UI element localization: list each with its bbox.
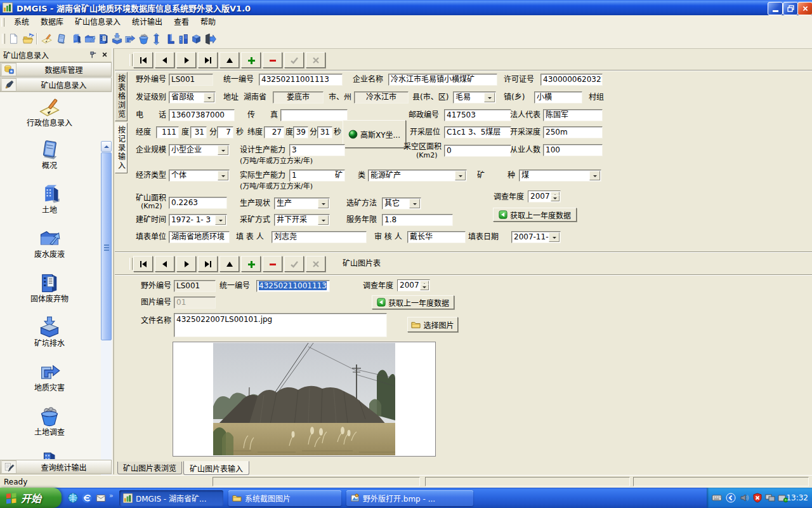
taskbar-window-dmgis[interactable]: DMGIS - 湖南省矿... xyxy=(119,490,223,506)
lon-sec-input[interactable]: 7 xyxy=(217,126,233,138)
sidebar-item-wastewater[interactable]: 废水废液 xyxy=(5,227,94,259)
tab-grid-browse[interactable]: 按表格浏览 xyxy=(115,72,128,121)
menu-system[interactable]: 系统 xyxy=(8,15,35,29)
archive-box-icon[interactable] xyxy=(189,32,203,46)
chevron-down-icon[interactable] xyxy=(549,232,560,242)
pin-icon[interactable] xyxy=(89,51,98,59)
chevron-down-icon[interactable] xyxy=(455,171,466,180)
pic-nav-refresh-button[interactable] xyxy=(219,256,239,272)
fax-input[interactable] xyxy=(280,109,348,121)
menu-mine-info-entry[interactable]: 矿山信息录入 xyxy=(69,15,126,29)
menu-view[interactable]: 查看 xyxy=(168,15,195,29)
pic-no-input[interactable]: 01 xyxy=(174,297,216,309)
beneficiation-select[interactable]: 其它 xyxy=(382,197,421,210)
quicklaunch-desktop-icon[interactable] xyxy=(67,492,79,504)
mining-layer-input[interactable]: C1c1 3、5煤层 xyxy=(444,126,511,138)
chevron-down-icon[interactable] xyxy=(318,199,329,208)
county-select[interactable]: 毛易 xyxy=(453,91,496,104)
nav-refresh-button[interactable] xyxy=(219,52,239,68)
sidebar-item-admin-entry[interactable]: 行政信息录入 xyxy=(5,97,94,128)
pic-nav-add-button[interactable] xyxy=(241,256,261,272)
nav-post-button[interactable] xyxy=(284,52,304,68)
network-icon[interactable] xyxy=(765,493,775,503)
pic-nav-next-button[interactable] xyxy=(176,256,196,272)
sidebar-item-land[interactable]: 土地 xyxy=(5,183,94,215)
pic-survey-year-spinner[interactable]: 2007 xyxy=(397,279,430,291)
lon-deg-input[interactable]: 111 xyxy=(156,126,179,138)
fill-person-input[interactable]: 刘志尧 xyxy=(272,231,367,243)
nav-first-button[interactable] xyxy=(133,52,153,68)
chevron-down-icon[interactable] xyxy=(318,215,329,225)
sidebar-scrollbar[interactable] xyxy=(101,141,112,507)
sidebar-item-overview[interactable]: 概况 xyxy=(5,138,94,170)
fill-unit-input[interactable]: 湖南省地质环境 xyxy=(169,231,230,243)
folder-arrow-icon[interactable] xyxy=(82,32,96,46)
pillar-icon[interactable] xyxy=(149,32,163,46)
building-icon[interactable] xyxy=(69,32,82,46)
pic-nav-first-button[interactable] xyxy=(133,256,153,272)
sidebar-item-land-survey[interactable]: 土地调查 xyxy=(5,405,94,437)
open-folder-icon[interactable] xyxy=(21,32,35,46)
close-panel-icon[interactable] xyxy=(102,51,108,58)
chevron-down-icon[interactable] xyxy=(215,215,226,225)
chevron-down-icon[interactable] xyxy=(484,93,495,102)
sidebar-item-pit-drainage[interactable]: 矿坑排水 xyxy=(5,316,94,348)
sidebar-item-geo-hazard[interactable]: 地质灾害 xyxy=(5,361,94,392)
sidebar-item-partial[interactable] xyxy=(5,450,94,459)
quicklaunch-ie-icon[interactable] xyxy=(81,492,93,504)
company-input[interactable]: 冷水江市毛易镇小横煤矿 xyxy=(388,74,497,86)
town-input[interactable]: 小横 xyxy=(534,91,582,104)
pic-nav-post-button[interactable] xyxy=(284,256,304,272)
survey-year-spinner[interactable]: 2007 xyxy=(528,190,561,203)
unified-no-input[interactable]: 43250211001113 xyxy=(259,74,343,86)
menu-help[interactable]: 帮助 xyxy=(195,15,221,29)
enterprise-scale-select[interactable]: 小型企业 xyxy=(169,144,230,156)
start-button[interactable]: 开始 xyxy=(0,488,62,508)
mine-area-input[interactable]: 0.2263 xyxy=(169,197,227,209)
nav-next-button[interactable] xyxy=(176,52,196,68)
city-input[interactable]: 娄底市 xyxy=(273,91,324,104)
spin-down-icon[interactable] xyxy=(551,195,560,201)
tab-picture-entry[interactable]: 矿山图片表输入 xyxy=(183,461,249,475)
legal-rep-input[interactable]: 陈国军 xyxy=(543,109,603,121)
sidebar-group-query-output[interactable]: 查询统计输出 xyxy=(0,460,112,474)
lon-min-input[interactable]: 31 xyxy=(190,126,207,138)
spin-down-icon[interactable] xyxy=(420,284,429,290)
pic-nav-cancel-button[interactable] xyxy=(306,256,325,272)
get-prev-year-button[interactable]: 获取上一年度数据 xyxy=(493,208,577,222)
service-years-input[interactable]: 1.8 xyxy=(382,214,453,226)
license-input[interactable]: 4300000620321 xyxy=(540,74,603,86)
pic-unified-no-input[interactable]: 43250211001113 xyxy=(256,280,330,292)
scroll-thumb[interactable] xyxy=(101,152,112,340)
lat-deg-input[interactable]: 27 xyxy=(264,126,284,138)
sidebar-group-database[interactable]: 数据库管理 xyxy=(0,62,112,77)
column-icon[interactable] xyxy=(163,32,177,46)
nav-last-button[interactable] xyxy=(198,52,218,68)
mine-class-select[interactable]: 能源矿产 xyxy=(368,170,467,182)
workers-input[interactable]: 100 xyxy=(543,144,603,156)
pic-get-prev-year-button[interactable]: 获取上一年度数据 xyxy=(372,295,454,309)
sidebar-item-solid-waste[interactable]: 固体废弃物 xyxy=(5,272,94,304)
nav-prev-button[interactable] xyxy=(155,52,174,68)
nav-add-button[interactable] xyxy=(241,52,261,68)
new-file-icon[interactable] xyxy=(6,32,20,46)
economy-type-select[interactable]: 个体 xyxy=(169,170,230,182)
close-button[interactable] xyxy=(797,2,812,15)
chevron-down-icon[interactable] xyxy=(204,93,214,102)
menu-database[interactable]: 数据库 xyxy=(35,15,69,29)
chevron-down-icon[interactable] xyxy=(218,145,228,155)
notebook-icon[interactable] xyxy=(54,32,68,46)
tab-picture-browse[interactable]: 矿山图片表浏览 xyxy=(117,462,182,474)
buildings-icon[interactable] xyxy=(176,32,190,46)
lat-min-input[interactable]: 39 xyxy=(293,126,308,138)
file-name-input[interactable]: 4325022007LS00101.jpg xyxy=(174,313,387,337)
nav-cancel-button[interactable] xyxy=(306,52,325,68)
fill-date-select[interactable]: 2007-11-13 xyxy=(511,231,561,243)
box-arrow-icon[interactable] xyxy=(110,32,124,46)
mining-method-select[interactable]: 井下开采 xyxy=(274,214,330,226)
cert-level-select[interactable]: 省部级 xyxy=(169,91,216,104)
volume-icon[interactable] xyxy=(740,493,750,503)
field-no-input[interactable]: LS001 xyxy=(169,74,213,86)
pick-image-button[interactable]: 选择图片 xyxy=(407,317,458,332)
pic-nav-delete-button[interactable] xyxy=(263,256,282,272)
